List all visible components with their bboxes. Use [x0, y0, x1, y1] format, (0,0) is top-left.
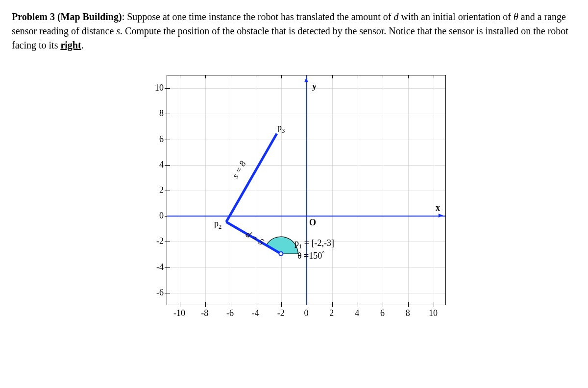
xtick: 4 [347, 308, 367, 318]
chart: y x O p2 p3 p1 = [-2,-3] θ =150° d = 5 s [137, 70, 451, 320]
xtick: 10 [423, 308, 443, 318]
xtick: 2 [322, 308, 342, 318]
theta-label: θ =150° [297, 250, 324, 261]
p2-label: p2 [214, 218, 221, 231]
xtick: 0 [296, 308, 316, 318]
ytick: 0 [144, 211, 164, 221]
right-underlined: right [60, 40, 81, 50]
ytick: 10 [144, 83, 164, 93]
p1-label: p1 = [-2,-3] [294, 238, 334, 250]
ytick: -2 [144, 236, 164, 246]
x-axis-label: x [436, 203, 440, 213]
x-axis [167, 216, 445, 217]
xtick: -6 [220, 308, 240, 318]
ytick: 2 [144, 185, 164, 195]
ytick: 8 [144, 108, 164, 119]
text: : Suppose at one time instance the robot… [122, 11, 394, 22]
segment-d-label: d = 5 [244, 229, 266, 247]
xtick: -8 [195, 308, 215, 318]
xtick: 8 [398, 308, 417, 318]
segment-s-label: s = 8 [230, 159, 248, 180]
xtick: -2 [271, 308, 291, 318]
y-axis-label: y [312, 81, 317, 92]
xtick: -4 [245, 308, 265, 318]
y-axis [306, 75, 307, 305]
ytick: -6 [144, 287, 164, 297]
origin-label: O [309, 218, 316, 228]
angle-sector-icon [266, 237, 298, 254]
xtick: -10 [170, 308, 189, 318]
p3-label: p3 [277, 122, 285, 135]
var-s: s [116, 25, 120, 36]
var-d: d [394, 11, 399, 22]
var-theta: θ [514, 11, 518, 22]
text: with an initial orientation of [399, 11, 514, 22]
plot-area: y x O p2 p3 p1 = [-2,-3] θ =150° d = 5 s [167, 75, 446, 305]
xtick: 6 [372, 308, 392, 318]
ytick: -4 [144, 262, 164, 272]
problem-statement: Problem 3 (Map Building): Suppose at one… [12, 10, 576, 52]
ytick: 6 [144, 134, 164, 144]
segment-s [226, 134, 277, 222]
ytick: 4 [144, 159, 164, 170]
text: . [81, 40, 84, 50]
problem-label: Problem 3 (Map Building) [12, 11, 122, 22]
